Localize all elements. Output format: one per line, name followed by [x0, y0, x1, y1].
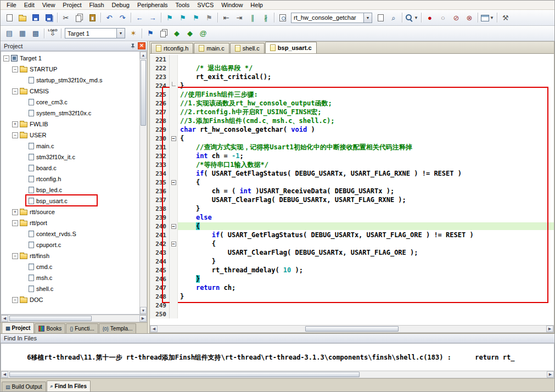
insert-breakpoint-button[interactable]: ●	[424, 12, 436, 24]
menu-tools[interactable]: Tools	[172, 1, 194, 9]
target-select-combo[interactable]: Target 1▼	[65, 28, 125, 38]
code-line-229[interactable]: 229char rt_hw_console_getchar( void )	[150, 125, 554, 134]
editor-hscroll-track[interactable]	[158, 326, 546, 332]
tree-item-msh-c[interactable]: msh.c	[1, 272, 139, 283]
tree-vscroll-track[interactable]	[140, 59, 147, 307]
clear-bookmarks-button[interactable]: ⚑	[203, 12, 215, 24]
find-in-files-toolbar-button[interactable]	[277, 12, 289, 24]
fif-hscroll-track[interactable]	[8, 371, 547, 378]
code-line-248[interactable]: 248}	[150, 292, 554, 301]
tree-hscroll-track[interactable]	[8, 315, 139, 322]
menu-peripherals[interactable]: Peripherals	[133, 1, 172, 9]
target-select-combo-value[interactable]: Target 1	[65, 30, 116, 37]
code-line-243[interactable]: 243 USART_ClearFlag( DEBUG_USARTx, USART…	[150, 248, 554, 257]
menu-help[interactable]: Help	[246, 1, 267, 9]
editor-tab-main-c[interactable]: main.c	[194, 43, 229, 53]
find-in-files-results[interactable]: 6移植rt-thread\11.第十一步 rt-thread添加Finsh组件支…	[1, 343, 554, 371]
editor-tab-shell-c[interactable]: shell.c	[230, 43, 265, 53]
tree-item-core-cm3-c[interactable]: core_cm3.c	[1, 97, 139, 108]
scroll-left-icon[interactable]: ◀	[1, 315, 8, 322]
tree-vscroll-thumb[interactable]	[141, 60, 146, 126]
code-line-226[interactable]: 226//1.实现该函数及rt_hw_console_output函数;	[150, 99, 554, 108]
dropdown-arrow-icon[interactable]: ▼	[116, 29, 125, 38]
kill-all-breakpoints-button[interactable]: ⊗	[463, 12, 475, 24]
code-line-246[interactable]: 246 }	[150, 275, 554, 283]
toggle-bookmark-button[interactable]: ⚑	[164, 12, 176, 24]
find-text-combo-value[interactable]: rt_hw_console_getchar	[291, 14, 363, 21]
rebuild-all-button[interactable]: ▩	[30, 27, 42, 40]
tree-item-startup[interactable]: −STARTUP	[1, 64, 139, 75]
expand-icon[interactable]: +	[12, 209, 18, 215]
save-button[interactable]	[30, 12, 42, 24]
tree-item-rtt-source[interactable]: +rtt/source	[1, 206, 139, 217]
code-line-249[interactable]: 249	[150, 301, 554, 310]
code-line-223[interactable]: 223 rt_exit_critical();	[150, 72, 554, 81]
tree-item-doc[interactable]: −DOC	[1, 294, 139, 305]
menu-view[interactable]: View	[38, 1, 59, 9]
next-bookmark-button[interactable]: ⚑	[190, 12, 202, 24]
code-line-238[interactable]: 238 }	[150, 204, 554, 213]
scroll-right-icon[interactable]: ▶	[546, 326, 553, 332]
tree-item-rtconfig-h[interactable]: rtconfig.h	[1, 173, 139, 184]
tree-item-fwlib[interactable]: +FWLIB	[1, 119, 139, 130]
tree-item-board-c[interactable]: board.c	[1, 163, 139, 173]
code-line-231[interactable]: 231 //查询方式实现，记得将Usart1初始化中的中断接收配置相关代码注释掉	[150, 143, 554, 152]
prev-item-button[interactable]: ◆	[171, 27, 183, 40]
code-line-227[interactable]: 227//2.rtconfig.h中开启RT_USING_FINSH宏;	[150, 108, 554, 116]
collapse-icon[interactable]: −	[12, 253, 18, 259]
next-item-button[interactable]: ◆	[184, 27, 196, 40]
code-line-232[interactable]: 232 int ch = -1;	[150, 152, 554, 160]
editor-hscroll-thumb[interactable]	[305, 326, 399, 332]
code-line-224[interactable]: 224}	[150, 81, 554, 90]
fold-collapse-icon[interactable]: −	[170, 222, 178, 231]
open-file-button[interactable]	[16, 12, 29, 24]
code-line-222[interactable]: 222 /* 退出临界段 */	[150, 64, 554, 72]
find-text-combo[interactable]: rt_hw_console_getchar▼	[291, 13, 372, 23]
manage-project-items-button[interactable]	[158, 27, 170, 40]
new-file-button[interactable]	[3, 12, 15, 24]
undo-button[interactable]: ↶	[103, 12, 115, 24]
panel-tab-functi[interactable]: {}Functi...	[66, 323, 98, 333]
tree-item-main-c[interactable]: main.c	[1, 141, 139, 152]
collapse-icon[interactable]: −	[12, 88, 18, 94]
code-line-221[interactable]: 221	[150, 55, 554, 64]
cut-button[interactable]: ✂	[60, 12, 72, 24]
debug-windows-button[interactable]: ▼	[480, 12, 495, 24]
code-line-242[interactable]: 242− {	[150, 239, 554, 248]
code-line-239[interactable]: 239 else	[150, 213, 554, 222]
menu-edit[interactable]: Edit	[20, 1, 38, 9]
expand-icon[interactable]: +	[12, 121, 18, 127]
find-button[interactable]: ▼	[405, 12, 419, 24]
menu-project[interactable]: Project	[59, 1, 85, 9]
scroll-right-icon[interactable]: ▶	[139, 315, 147, 322]
tree-item-startup-stm32f10x-md-s[interactable]: startup_stm32f10x_md.s	[1, 75, 139, 86]
tree-vertical-scrollbar[interactable]: ▲ ▼	[139, 51, 147, 315]
collapse-icon[interactable]: −	[12, 132, 18, 138]
tree-item-bsp-usart-c[interactable]: bsp_usart.c	[1, 195, 139, 206]
code-editor[interactable]: 221222 /* 退出临界段 */223 rt_exit_critical()…	[150, 54, 554, 325]
enable-breakpoint-button[interactable]: ○	[437, 12, 449, 24]
code-line-244[interactable]: 244 }	[150, 257, 554, 266]
collapse-icon[interactable]: −	[12, 297, 18, 303]
code-line-250[interactable]: 250	[150, 310, 554, 318]
disable-all-breakpoints-button[interactable]: ⊘	[450, 12, 462, 24]
tree-item-cpuport-c[interactable]: cpuport.c	[1, 239, 139, 250]
menu-file[interactable]: File	[3, 1, 20, 9]
indent-button[interactable]: ⇥	[233, 12, 245, 24]
pin-icon[interactable]	[129, 42, 137, 49]
code-line-230[interactable]: 230−{	[150, 134, 554, 143]
dropdown-arrow-icon[interactable]: ▼	[363, 13, 372, 23]
navigate-forward-button[interactable]: →	[147, 12, 159, 24]
uncomment-button[interactable]: ∦	[260, 12, 272, 24]
scroll-left-icon[interactable]: ◀	[150, 326, 158, 332]
fold-collapse-icon[interactable]: −	[170, 134, 178, 143]
code-line-234[interactable]: 234 if( USART_GetFlagStatus( DEBUG_USART…	[150, 169, 554, 178]
tree-horizontal-scrollbar[interactable]: ◀ ▶	[1, 315, 147, 322]
navigate-back-button[interactable]: ←	[133, 12, 145, 24]
code-line-241[interactable]: 241 if( USART_GetFlagStatus( DEBUG_USART…	[150, 231, 554, 239]
menu-debug[interactable]: Debug	[108, 1, 133, 9]
search-files-button[interactable]	[374, 12, 386, 24]
code-line-225[interactable]: 225//使用Finsh组件三步骤:	[150, 90, 554, 99]
panel-tab-books[interactable]: Books	[35, 323, 65, 333]
collapse-icon[interactable]: −	[12, 66, 18, 72]
